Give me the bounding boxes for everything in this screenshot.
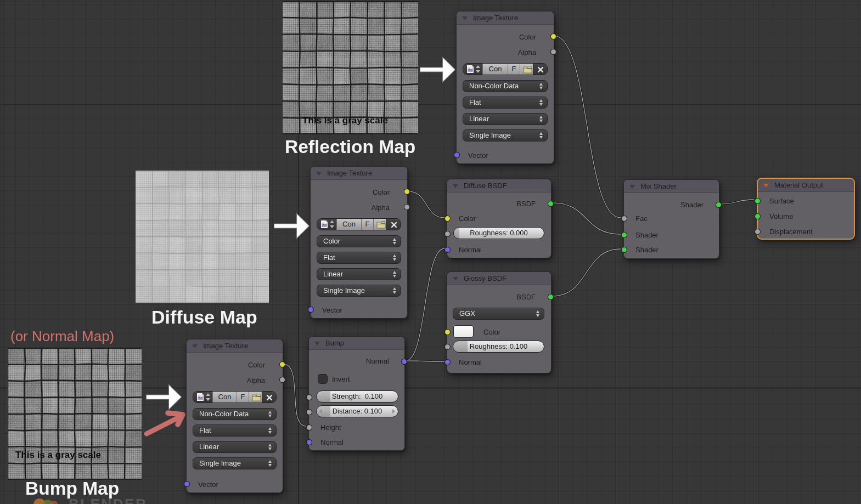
svg-text:This is a gray scale: This is a gray scale <box>15 450 101 460</box>
svg-text:This is a gray scale: This is a gray scale <box>302 115 388 126</box>
